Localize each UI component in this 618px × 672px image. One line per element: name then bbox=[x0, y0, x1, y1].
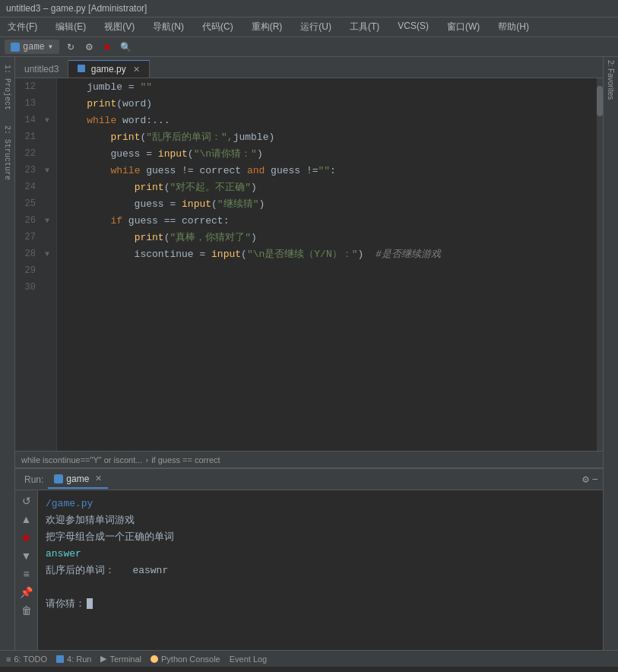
code-line[interactable]: guess = input("\n请你猜：") bbox=[57, 145, 597, 162]
toolbar-stop-btn[interactable]: ■ bbox=[101, 40, 113, 54]
code-area[interactable]: jumble = "" print(word) while word:... p… bbox=[57, 78, 597, 451]
code-line-empty bbox=[57, 363, 597, 379]
code-line-empty bbox=[57, 312, 597, 329]
run-rerun-btn[interactable]: ↺ bbox=[18, 493, 34, 509]
favorites-panel[interactable]: 2: Favorites bbox=[603, 57, 618, 650]
line-number-row: 28▼ bbox=[15, 246, 56, 262]
code-segment: "" bbox=[319, 165, 331, 176]
code-segment bbox=[63, 98, 87, 109]
run-config-chevron: ▾ bbox=[48, 41, 53, 52]
tab-project[interactable]: untitled3 bbox=[15, 61, 68, 78]
run-output-3: answer bbox=[46, 545, 595, 562]
status-run[interactable]: 4: Run bbox=[56, 655, 91, 664]
menu-vcs[interactable]: VCS(S) bbox=[393, 19, 433, 35]
code-line[interactable]: guess = input("继续猜") bbox=[57, 195, 597, 212]
code-line[interactable]: print("乱序后的单词：",jumble) bbox=[57, 128, 597, 145]
code-segment: input bbox=[182, 198, 211, 210]
status-todo[interactable]: ≡ 6: TODO bbox=[6, 655, 47, 664]
breadcrumb-item-1[interactable]: while iscontinue=="Y" or iscont... bbox=[21, 455, 142, 464]
run-wrap-btn[interactable]: ≡ bbox=[18, 566, 34, 582]
main-layout: 1: Project 2: Structure untitled3 game.p… bbox=[0, 57, 618, 650]
terminal-label: Terminal bbox=[109, 655, 141, 664]
run-config[interactable]: game ▾ bbox=[5, 40, 59, 54]
fold-icon[interactable]: ▼ bbox=[42, 116, 52, 125]
menu-window[interactable]: 窗口(W) bbox=[442, 19, 484, 35]
menu-view[interactable]: 视图(V) bbox=[100, 19, 139, 35]
code-line-empty bbox=[57, 346, 597, 363]
toolbar-refresh-btn[interactable]: ↻ bbox=[64, 40, 78, 54]
code-segment bbox=[63, 215, 110, 227]
menu-bar: 文件(F) 编辑(E) 视图(V) 导航(N) 代码(C) 重构(R) 运行(U… bbox=[0, 17, 618, 37]
settings-icon[interactable]: ⚙ bbox=[582, 473, 588, 486]
code-line[interactable] bbox=[57, 262, 597, 279]
sidebar-item-project[interactable]: 1: Project bbox=[2, 60, 13, 115]
fold-icon[interactable]: ▼ bbox=[42, 250, 52, 258]
fold-icon[interactable]: ▼ bbox=[42, 217, 52, 225]
run-tab-game[interactable]: game ✕ bbox=[48, 471, 108, 489]
menu-edit[interactable]: 编辑(E) bbox=[51, 19, 90, 35]
code-line[interactable]: print(word) bbox=[57, 95, 597, 112]
code-line[interactable]: iscontinue = input("\n是否继续（Y/N）：") #是否继续… bbox=[57, 246, 597, 262]
status-python-console[interactable]: Python Console bbox=[151, 655, 220, 664]
toolbar-build-btn[interactable]: ⚙ bbox=[82, 40, 97, 54]
menu-code[interactable]: 代码(C) bbox=[198, 19, 238, 35]
code-line[interactable]: while guess != correct and guess !="": bbox=[57, 162, 597, 179]
close-panel-icon[interactable]: − bbox=[592, 474, 598, 486]
code-line[interactable]: jumble = "" bbox=[57, 78, 597, 95]
run-content: /game.py 欢迎参加猜单词游戏 把字母组合成一个正确的单词 answer … bbox=[38, 490, 603, 650]
code-segment: input bbox=[211, 249, 241, 260]
code-segment: and bbox=[247, 165, 265, 176]
code-segment: iscontinue = bbox=[63, 249, 211, 260]
line-number-row: 13 bbox=[15, 95, 56, 112]
menu-run[interactable]: 运行(U) bbox=[296, 19, 336, 35]
toolbar: game ▾ ↻ ⚙ ■ 🔍 bbox=[0, 37, 618, 57]
run-output-2: 把字母组合成一个正确的单词 bbox=[46, 528, 595, 545]
tab-file-label: game.py bbox=[91, 64, 126, 74]
code-segment: input bbox=[158, 148, 188, 160]
status-terminal[interactable]: ▶ Terminal bbox=[100, 654, 141, 664]
code-line[interactable]: while word:... bbox=[57, 112, 597, 128]
line-number-row: 29 bbox=[15, 262, 56, 279]
tab-game-py[interactable]: game.py ✕ bbox=[68, 60, 150, 78]
run-scroll-down-btn[interactable]: ▼ bbox=[18, 548, 34, 563]
run-status-label: 4: Run bbox=[67, 655, 91, 664]
tab-close-icon[interactable]: ✕ bbox=[133, 65, 140, 74]
code-line[interactable]: if guess == correct: bbox=[57, 212, 597, 229]
menu-file[interactable]: 文件(F) bbox=[3, 19, 42, 35]
run-tab-close[interactable]: ✕ bbox=[95, 474, 102, 483]
menu-refactor[interactable]: 重构(R) bbox=[247, 19, 287, 35]
code-segment: guess != bbox=[265, 165, 318, 176]
code-line[interactable] bbox=[57, 279, 597, 296]
menu-help[interactable]: 帮助(H) bbox=[493, 19, 534, 35]
left-sidebar: 1: Project 2: Structure bbox=[0, 57, 15, 650]
code-segment: "真棒，你猜对了" bbox=[170, 230, 251, 244]
run-clear-btn[interactable]: 🗑 bbox=[18, 603, 34, 618]
code-segment: "\n是否继续（Y/N）：" bbox=[247, 247, 358, 261]
sidebar-item-structure[interactable]: 2: Structure bbox=[2, 121, 13, 185]
code-line[interactable]: print("真棒，你猜对了") bbox=[57, 229, 597, 246]
code-segment: guess = bbox=[63, 198, 182, 210]
code-segment: ) bbox=[258, 198, 265, 210]
code-segment bbox=[63, 165, 110, 176]
file-icon bbox=[78, 65, 85, 72]
toolbar-search-btn[interactable]: 🔍 bbox=[117, 40, 135, 54]
code-line-empty bbox=[57, 396, 597, 413]
fold-icon[interactable]: ▼ bbox=[42, 166, 52, 175]
line-number-row: 23▼ bbox=[15, 162, 56, 179]
line-number-row: 26▼ bbox=[15, 212, 56, 229]
run-scroll-up-btn[interactable]: ▲ bbox=[18, 512, 34, 527]
code-line[interactable]: print("对不起。不正确") bbox=[57, 179, 597, 195]
breadcrumb-item-2[interactable]: if guess == correct bbox=[151, 455, 220, 464]
menu-navigate[interactable]: 导航(N) bbox=[148, 19, 189, 35]
scrollbar-thumb[interactable] bbox=[597, 86, 603, 116]
code-segment bbox=[63, 132, 110, 143]
python-console-label: Python Console bbox=[161, 655, 220, 664]
vertical-scrollbar[interactable] bbox=[597, 78, 603, 451]
run-input-line: 请你猜： bbox=[46, 595, 595, 612]
run-stop-btn[interactable]: ■ bbox=[18, 530, 34, 545]
code-segment: ( bbox=[140, 132, 146, 143]
run-pin-btn[interactable]: 📌 bbox=[18, 585, 34, 600]
menu-tools[interactable]: 工具(T) bbox=[345, 19, 384, 35]
line-num: 13 bbox=[15, 98, 42, 109]
status-event-log[interactable]: Event Log bbox=[230, 655, 268, 664]
